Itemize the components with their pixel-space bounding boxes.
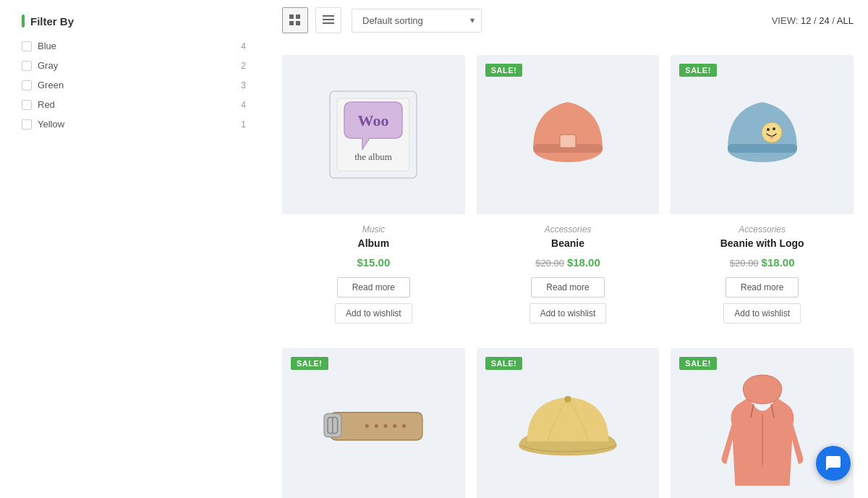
svg-rect-3 xyxy=(296,21,300,25)
svg-point-16 xyxy=(762,122,782,143)
list-icon xyxy=(323,14,334,26)
filter-item: Gray 2 xyxy=(22,60,246,71)
product-image-wrap: SALE! xyxy=(477,55,660,214)
price-current: $18.00 xyxy=(567,256,600,269)
product-card: SALE! Accessories Beanie with Logo $20.0… xyxy=(671,55,854,337)
filter-item: Blue 4 xyxy=(22,41,246,51)
svg-rect-5 xyxy=(323,19,334,20)
filter-label[interactable]: Gray xyxy=(38,60,58,71)
filter-checkbox-gray[interactable] xyxy=(22,61,32,71)
filter-item: Red 4 xyxy=(22,99,246,110)
svg-rect-6 xyxy=(323,22,334,24)
add-to-wishlist-button[interactable]: Add to wishlist xyxy=(335,303,412,324)
filter-checkbox-red[interactable] xyxy=(22,100,32,110)
filter-title: Filter By xyxy=(22,14,246,28)
filter-title-text: Filter By xyxy=(30,15,74,28)
svg-point-26 xyxy=(402,424,406,428)
filter-count: 2 xyxy=(241,61,246,71)
filter-item: Yellow 1 xyxy=(22,119,246,130)
product-card: SALE! Accessories Cap $35.00$29.00 xyxy=(477,348,660,498)
product-category: Accessories xyxy=(545,224,592,235)
read-more-button[interactable]: Read more xyxy=(726,277,799,297)
filter-label[interactable]: Green xyxy=(38,80,64,90)
product-card: SALE! Accessories Beanie $20.00$18.00 Re… xyxy=(477,55,660,337)
product-category: Accessories xyxy=(739,224,786,235)
svg-text:the album: the album xyxy=(355,151,393,162)
product-image-wrap: SALE! xyxy=(282,348,465,498)
view-all-link[interactable]: ALL xyxy=(837,15,854,26)
sidebar: Filter By Blue 4 Gray 2 Green 3 Red 4 Ye xyxy=(0,0,268,498)
sale-badge: SALE! xyxy=(485,357,523,370)
svg-point-24 xyxy=(384,424,388,428)
filter-count: 1 xyxy=(241,119,246,130)
grid-view-button[interactable] xyxy=(282,7,308,33)
product-image xyxy=(671,55,854,214)
add-to-wishlist-button[interactable]: Add to wishlist xyxy=(723,303,801,324)
product-image-wrap: SALE! xyxy=(671,55,854,214)
view-info: VIEW: 12 / 24 / ALL xyxy=(772,15,854,26)
filter-label[interactable]: Red xyxy=(38,99,55,110)
svg-rect-0 xyxy=(289,14,294,19)
product-info: Music Album $15.00 Read more Add to wish… xyxy=(282,214,465,337)
filter-label[interactable]: Yellow xyxy=(38,119,64,130)
toolbar: Default sorting Popularity Price: low to… xyxy=(282,7,854,41)
product-card: SALE! Accessories Belt $65.00$55.0 xyxy=(282,348,465,498)
list-view-button[interactable] xyxy=(315,7,341,33)
product-image xyxy=(282,348,465,498)
filter-checkbox-yellow[interactable] xyxy=(22,119,32,130)
sale-badge: SALE! xyxy=(679,64,717,77)
product-info: Accessories Beanie $20.00$18.00 Read mor… xyxy=(477,214,660,337)
view-12-link[interactable]: 12 xyxy=(801,15,811,26)
sort-select[interactable]: Default sorting Popularity Price: low to… xyxy=(352,9,482,33)
filter-count: 3 xyxy=(241,80,246,90)
products-grid: Woo the album Music Album $15.00 Read mo… xyxy=(282,55,854,498)
sale-badge: SALE! xyxy=(485,64,523,77)
price-old: $20.00 xyxy=(730,258,759,269)
product-name: Album xyxy=(358,237,390,249)
add-to-wishlist-button[interactable]: Add to wishlist xyxy=(529,303,607,324)
product-name: Beanie xyxy=(551,237,584,249)
filter-checkbox-blue[interactable] xyxy=(22,41,32,51)
product-info: Accessories Beanie with Logo $20.00$18.0… xyxy=(671,214,854,337)
product-image xyxy=(477,55,660,214)
product-price: $20.00$18.00 xyxy=(535,256,600,269)
product-price: $20.00$18.00 xyxy=(730,256,795,269)
product-category: Music xyxy=(362,224,385,235)
read-more-button[interactable]: Read more xyxy=(531,277,604,297)
price-current: $18.00 xyxy=(762,256,795,269)
product-name: Beanie with Logo xyxy=(720,237,804,249)
chat-icon xyxy=(825,455,842,472)
read-more-button[interactable]: Read more xyxy=(337,277,410,297)
main-content: Default sorting Popularity Price: low to… xyxy=(268,0,868,498)
svg-point-18 xyxy=(773,127,775,130)
svg-rect-15 xyxy=(728,144,797,153)
sale-badge: SALE! xyxy=(679,357,717,370)
chat-button[interactable] xyxy=(816,446,851,481)
svg-rect-13 xyxy=(560,135,576,148)
filter-count: 4 xyxy=(241,100,246,110)
svg-rect-1 xyxy=(296,14,300,19)
filter-label[interactable]: Blue xyxy=(38,41,56,51)
svg-point-17 xyxy=(767,128,770,131)
svg-rect-4 xyxy=(323,15,334,17)
filter-item: Green 3 xyxy=(22,80,246,90)
sort-select-wrapper: Default sorting Popularity Price: low to… xyxy=(352,9,482,33)
product-image: Woo the album xyxy=(282,55,465,214)
view-24-link[interactable]: 24 xyxy=(819,15,829,26)
view-label: VIEW: xyxy=(772,15,799,26)
product-card: Woo the album Music Album $15.00 Read mo… xyxy=(282,55,465,337)
product-image-wrap: Woo the album xyxy=(282,55,465,214)
filter-count: 4 xyxy=(241,41,246,51)
svg-text:Woo: Woo xyxy=(358,111,389,130)
sale-badge: SALE! xyxy=(291,357,328,370)
price-old: $20.00 xyxy=(535,258,564,269)
grid-icon xyxy=(289,14,301,26)
price-current: $15.00 xyxy=(357,256,390,269)
filter-bar-accent xyxy=(22,14,25,28)
svg-point-25 xyxy=(393,424,397,428)
product-image xyxy=(477,348,660,498)
product-image-wrap: SALE! xyxy=(477,348,660,498)
svg-point-22 xyxy=(365,424,369,428)
product-price: $15.00 xyxy=(357,256,390,269)
filter-checkbox-green[interactable] xyxy=(22,80,32,90)
